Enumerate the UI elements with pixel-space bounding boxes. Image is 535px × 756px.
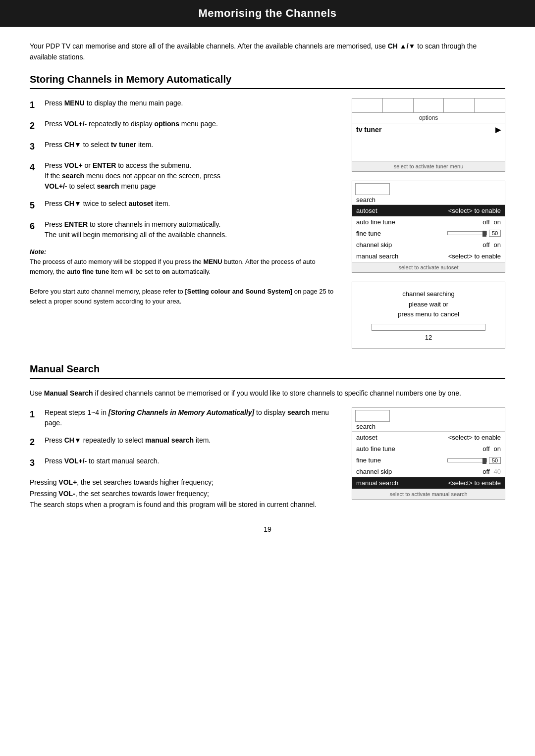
channel-skip2-label: channel skip — [356, 468, 392, 475]
searching-line1: channel searching — [357, 289, 500, 300]
auto-fine-tune-row: auto fine tune off on — [352, 216, 505, 228]
tune-value2: 50 — [489, 457, 501, 464]
manual-search2-row: manual search <select> to enable — [352, 477, 505, 489]
fine-tune2-label: fine tune — [356, 456, 381, 464]
auto-fine-tune-onoff: off on — [482, 218, 501, 226]
channel-skip2-row: channel skip off 40 — [352, 466, 505, 477]
section2-divider — [30, 378, 505, 379]
panel2-footer: select to activate autoset — [352, 262, 505, 272]
manual-search2-value: <select> to enable — [448, 479, 501, 487]
search2-mini-tab — [355, 410, 390, 422]
manual-search2-label: manual search — [356, 479, 398, 487]
panel1-footer: select to activate tuner menu — [352, 161, 505, 171]
step-5: 5 Press CH▼ twice to select autoset item… — [30, 199, 337, 212]
fine-tune-bar: 50 — [447, 230, 501, 237]
page-number: 19 — [30, 525, 505, 533]
section1-steps: 1 Press MENU to display the menu main pa… — [30, 98, 337, 349]
options-tab-2 — [383, 99, 414, 112]
fine-tune-row: fine tune 50 — [352, 228, 505, 239]
auto-fine-tune2-row: auto fine tune off on — [352, 443, 505, 454]
search2-label: search — [352, 422, 505, 432]
search-label: search — [352, 195, 505, 205]
section1-layout: 1 Press MENU to display the menu main pa… — [30, 98, 505, 349]
options-tab-4 — [444, 99, 475, 112]
manual-search-value: <select> to enable — [448, 252, 501, 260]
channel-skip-label: channel skip — [356, 241, 392, 249]
autoset2-value: <select> to enable — [448, 434, 501, 441]
step-6: 6 Press ENTER to store channels in memor… — [30, 219, 337, 240]
options-tab-5 — [475, 99, 505, 112]
tv-tuner-label: tv tuner — [356, 126, 381, 134]
autoset2-row: autoset <select> to enable — [352, 432, 505, 443]
options-tab-3 — [414, 99, 444, 112]
auto-fine-tune-label: auto fine tune — [356, 218, 395, 226]
manual-step-3: 3 Press VOL+/- to start manual search. — [30, 456, 337, 470]
searching-progress-bar — [372, 324, 485, 331]
ui-panel-options: options tv tuner ▶ select to activate tu… — [352, 98, 505, 172]
intro-paragraph: Your PDP TV can memorise and store all o… — [30, 41, 505, 63]
step-2: 2 Press VOL+/- repeatedly to display opt… — [30, 119, 337, 133]
panel1-spacer — [352, 136, 505, 161]
step-4: 4 Press VOL+ or ENTER to access the subm… — [30, 160, 337, 192]
options-label: options — [352, 113, 505, 123]
section2-layout: 1 Repeat steps 1~4 in [Storing Channels … — [30, 407, 505, 510]
ui-panel-searching: channel searching please wait or press m… — [352, 282, 505, 349]
section2-heading: Manual Search — [30, 363, 505, 375]
section1-ui-panels: options tv tuner ▶ select to activate tu… — [352, 98, 505, 349]
section1-heading: Storing Channels in Memory Automatically — [30, 74, 505, 85]
search-tab-area — [352, 181, 505, 195]
autoset2-label: autoset — [356, 434, 377, 441]
tune-value: 50 — [489, 230, 501, 237]
tune-track — [447, 231, 487, 235]
manual-search-label: manual search — [356, 252, 398, 260]
panel4-footer: select to activate manual search — [352, 489, 505, 499]
fine-tune-label: fine tune — [356, 230, 381, 237]
ui-panel-manual-search: search autoset <select> to enable auto f… — [352, 407, 505, 500]
manual-step-1: 1 Repeat steps 1~4 in [Storing Channels … — [30, 407, 337, 428]
tv-tuner-row: tv tuner ▶ — [352, 123, 505, 136]
section2-intro: Use Manual Search if desired channels ca… — [30, 388, 505, 399]
fine-tune2-row: fine tune 50 — [352, 454, 505, 466]
autoset-value: <select> to enable — [448, 207, 501, 214]
autoset-row: autoset <select> to enable — [352, 205, 505, 216]
tune-indicator2 — [482, 458, 486, 464]
manual-step-2: 2 Press CH▼ repeatedly to select manual … — [30, 435, 337, 449]
searching-line2: please wait or — [357, 300, 500, 310]
tune-track2 — [447, 458, 487, 462]
options-tab-1 — [352, 99, 383, 112]
fine-tune2-bar: 50 — [447, 457, 501, 464]
options-tabs-row — [352, 99, 505, 113]
channel-skip-onoff: off on — [482, 241, 501, 249]
manual-search-row: manual search <select> to enable — [352, 251, 505, 262]
autoset-label: autoset — [356, 207, 377, 214]
section2-ui-panel: search autoset <select> to enable auto f… — [352, 407, 505, 510]
searching-line3: press menu to cancel — [357, 309, 500, 320]
auto-fine-tune2-label: auto fine tune — [356, 445, 395, 453]
step-3: 3 Press CH▼ to select tv tuner item. — [30, 140, 337, 153]
search-mini-tab — [355, 183, 390, 195]
channel-skip-row: channel skip off on — [352, 239, 505, 251]
manual-extra-text: Pressing VOL+, the set searches towards … — [30, 477, 337, 510]
search2-tab-area — [352, 408, 505, 422]
section2-steps: 1 Repeat steps 1~4 in [Storing Channels … — [30, 407, 337, 510]
searching-number: 12 — [357, 333, 500, 343]
step-1: 1 Press MENU to display the menu main pa… — [30, 98, 337, 112]
section1-divider — [30, 88, 505, 89]
tune-indicator — [482, 231, 486, 237]
ui-panel-search: search autoset <select> to enable auto f… — [352, 181, 505, 273]
auto-fine-tune2-onoff: off on — [482, 445, 501, 453]
note-block: Note: The process of auto memory will be… — [30, 247, 337, 307]
page-title: Memorising the Channels — [0, 0, 535, 27]
tv-tuner-arrow: ▶ — [495, 126, 501, 134]
channel-skip2-onoff: off 40 — [482, 468, 501, 475]
